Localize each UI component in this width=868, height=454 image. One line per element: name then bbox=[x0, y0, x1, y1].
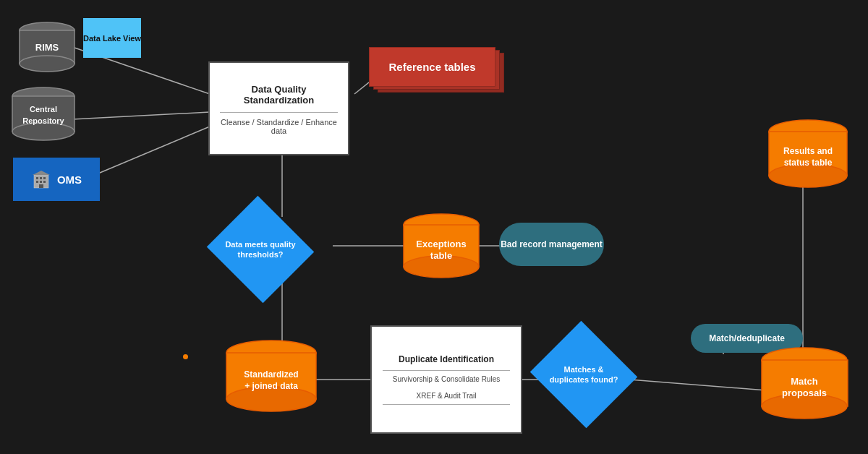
svg-marker-30 bbox=[33, 171, 50, 175]
svg-text:RIMS: RIMS bbox=[35, 42, 59, 53]
match-dup-diamond: Matches & duplicates found? bbox=[530, 321, 637, 428]
building-icon bbox=[31, 169, 51, 189]
dq-title: Data Quality Standardization bbox=[210, 81, 348, 108]
svg-text:proposals: proposals bbox=[782, 387, 827, 398]
reference-tables-group: Reference tables bbox=[369, 47, 514, 112]
dq-subtitle: Cleanse / Standardize / Enhance data bbox=[210, 116, 348, 137]
results-table-cylinder: Results and status table bbox=[767, 119, 850, 188]
svg-text:Central: Central bbox=[30, 105, 57, 113]
match-proposals-cylinder: Match proposals bbox=[760, 347, 850, 419]
svg-point-15 bbox=[20, 56, 75, 72]
diagram-container: RIMS Data Lake View Central Repository bbox=[0, 0, 868, 454]
exceptions-table-cylinder: Exceptions table bbox=[401, 213, 481, 278]
dup-id-box: Duplicate Identification Survivorship & … bbox=[370, 325, 522, 434]
reference-tables-label: Reference tables bbox=[388, 61, 475, 73]
svg-rect-25 bbox=[43, 177, 46, 179]
svg-text:Results and: Results and bbox=[783, 146, 833, 156]
match-deduplicate-label: Match/deduplicate bbox=[709, 333, 785, 343]
quality-diamond: Data meets quality thresholds? bbox=[207, 196, 314, 303]
svg-text:Match: Match bbox=[791, 376, 818, 387]
svg-rect-26 bbox=[36, 181, 38, 183]
svg-rect-27 bbox=[40, 181, 42, 183]
dup-id-title: Duplicate Identification bbox=[393, 351, 500, 367]
rims-cylinder: RIMS bbox=[18, 22, 76, 72]
data-lake-view-label: Data Lake View bbox=[83, 34, 141, 43]
svg-text:status table: status table bbox=[784, 158, 833, 168]
bad-record-mgmt: Bad record management bbox=[499, 223, 604, 266]
svg-rect-23 bbox=[36, 177, 38, 179]
svg-rect-28 bbox=[43, 181, 46, 183]
svg-text:+ joined data: + joined data bbox=[244, 381, 298, 391]
central-repo-cylinder: Central Repository bbox=[11, 87, 76, 141]
dup-id-line1: Survivorship & Consolidate Rules bbox=[387, 374, 506, 385]
svg-rect-24 bbox=[40, 177, 42, 179]
standardized-data-cylinder: Standardized + joined data bbox=[224, 340, 318, 412]
svg-line-1 bbox=[72, 112, 210, 119]
svg-text:Standardized: Standardized bbox=[244, 369, 298, 380]
svg-text:Repository: Repository bbox=[22, 116, 64, 125]
small-dot bbox=[183, 354, 188, 359]
quality-diamond-label: Data meets quality thresholds? bbox=[221, 239, 300, 260]
svg-point-19 bbox=[12, 123, 75, 140]
svg-text:table: table bbox=[430, 250, 452, 261]
svg-rect-29 bbox=[39, 184, 43, 188]
svg-line-10 bbox=[629, 380, 767, 390]
match-dup-label: Matches & duplicates found? bbox=[544, 364, 624, 385]
dup-id-line2: XREF & Audit Trail bbox=[411, 390, 482, 401]
data-quality-box: Data Quality Standardization Cleanse / S… bbox=[208, 61, 349, 155]
svg-text:Exceptions: Exceptions bbox=[416, 239, 466, 249]
oms-label: OMS bbox=[57, 174, 82, 186]
oms-box: OMS bbox=[13, 158, 100, 201]
data-lake-view-rect: Data Lake View bbox=[83, 18, 141, 58]
bad-record-label: Bad record management bbox=[501, 239, 603, 251]
